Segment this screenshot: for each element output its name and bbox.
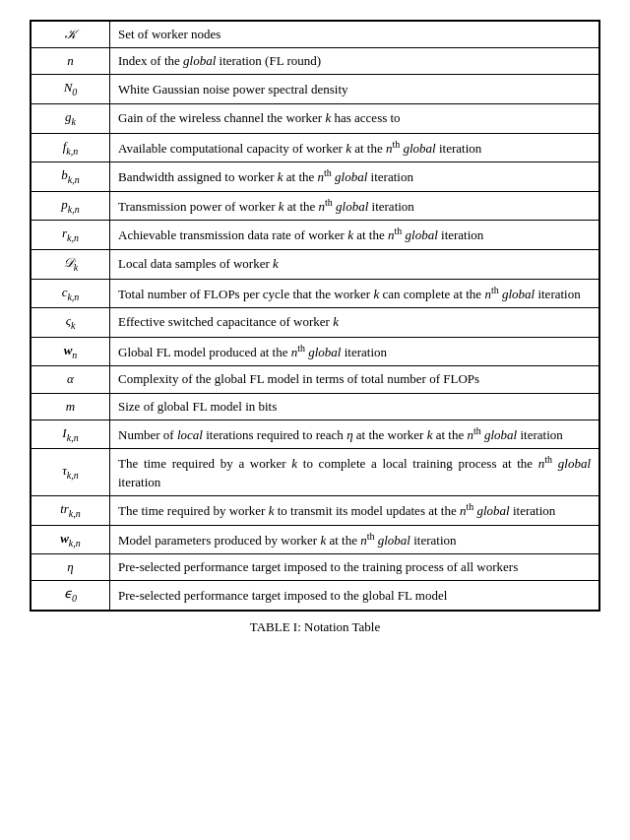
table-row: gkGain of the wireless channel the worke… (32, 103, 599, 133)
table-row: 𝒦Set of worker nodes (32, 22, 599, 48)
description-cell: Available computational capacity of work… (110, 133, 599, 162)
symbol-cell: gk (32, 103, 110, 133)
symbol-cell: fk,n (32, 133, 110, 162)
symbol-cell: Ik,n (32, 420, 110, 449)
table-row: αComplexity of the global FL model in te… (32, 366, 599, 393)
symbol-cell: bk,n (32, 162, 110, 192)
symbol-cell: n (32, 48, 110, 75)
description-cell: Set of worker nodes (110, 22, 599, 48)
description-cell: Effective switched capacitance of worker… (110, 308, 599, 338)
description-cell: Pre-selected performance target imposed … (110, 581, 599, 611)
description-cell: Number of local iterations required to r… (110, 420, 599, 449)
notation-table: 𝒦Set of worker nodesnIndex of the global… (30, 20, 600, 612)
table-row: ηPre-selected performance target imposed… (32, 554, 599, 581)
table-row: ϵ0Pre-selected performance target impose… (32, 581, 599, 611)
table-row: Ik,nNumber of local iterations required … (32, 420, 599, 449)
description-cell: Index of the global iteration (FL round) (110, 48, 599, 75)
description-cell: Bandwidth assigned to worker k at the nt… (110, 162, 599, 192)
table-row: trk,nThe time required by worker k to tr… (32, 495, 599, 525)
table-row: nIndex of the global iteration (FL round… (32, 48, 599, 75)
table-row: wk,nModel parameters produced by worker … (32, 525, 599, 554)
table-row: ςkEffective switched capacitance of work… (32, 308, 599, 338)
table-row: 𝒟kLocal data samples of worker k (32, 249, 599, 279)
symbol-cell: η (32, 554, 110, 581)
table-row: fk,nAvailable computational capacity of … (32, 133, 599, 162)
symbol-cell: ck,n (32, 279, 110, 308)
description-cell: The time required by a worker k to compl… (110, 449, 599, 496)
description-cell: Size of global FL model in bits (110, 393, 599, 420)
table-row: N0White Gaussian noise power spectral de… (32, 75, 599, 104)
table-row: τk,nThe time required by a worker k to c… (32, 449, 599, 496)
symbol-cell: 𝒟k (32, 249, 110, 279)
symbol-cell: N0 (32, 75, 110, 104)
table-row: mSize of global FL model in bits (32, 393, 599, 420)
table-row: rk,nAchievable transmission data rate of… (32, 221, 599, 250)
description-cell: The time required by worker k to transmi… (110, 495, 599, 525)
table-row: bk,nBandwidth assigned to worker k at th… (32, 162, 599, 192)
description-cell: Gain of the wireless channel the worker … (110, 103, 599, 133)
description-cell: White Gaussian noise power spectral dens… (110, 75, 599, 104)
symbol-cell: ϵ0 (32, 581, 110, 611)
symbol-cell: m (32, 393, 110, 420)
symbol-cell: ςk (32, 308, 110, 338)
symbol-cell: wn (32, 337, 110, 366)
symbol-cell: pk,n (32, 191, 110, 221)
description-cell: Local data samples of worker k (110, 249, 599, 279)
symbol-cell: 𝒦 (32, 22, 110, 48)
symbol-cell: α (32, 366, 110, 393)
symbol-cell: trk,n (32, 495, 110, 525)
table-row: pk,nTransmission power of worker k at th… (32, 191, 599, 221)
table-caption: TABLE I: Notation Table (250, 619, 380, 635)
description-cell: Total number of FLOPs per cycle that the… (110, 279, 599, 308)
description-cell: Transmission power of worker k at the nt… (110, 191, 599, 221)
description-cell: Achievable transmission data rate of wor… (110, 221, 599, 250)
description-cell: Pre-selected performance target imposed … (110, 554, 599, 581)
symbol-cell: wk,n (32, 525, 110, 554)
symbol-cell: rk,n (32, 221, 110, 250)
table-row: wnGlobal FL model produced at the nth gl… (32, 337, 599, 366)
symbol-cell: τk,n (32, 449, 110, 496)
description-cell: Complexity of the global FL model in ter… (110, 366, 599, 393)
table-row: ck,nTotal number of FLOPs per cycle that… (32, 279, 599, 308)
description-cell: Global FL model produced at the nth glob… (110, 337, 599, 366)
description-cell: Model parameters produced by worker k at… (110, 525, 599, 554)
